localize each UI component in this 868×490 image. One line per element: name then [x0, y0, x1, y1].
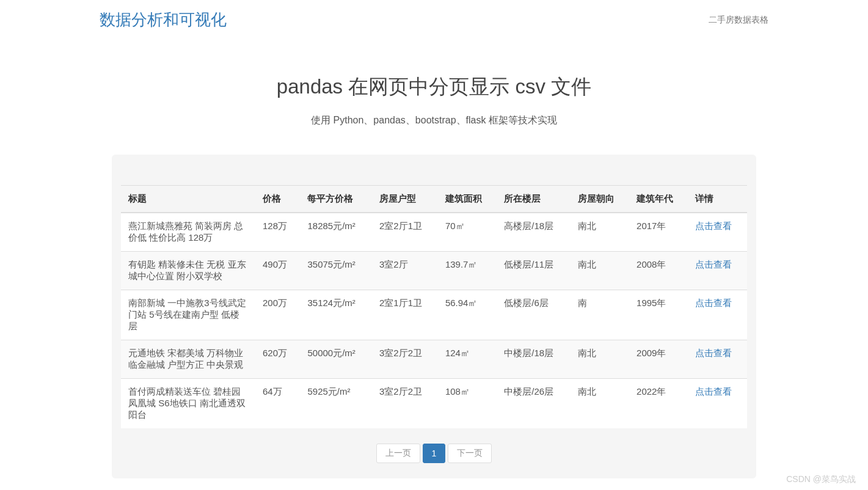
- cell-detail: 点击查看: [688, 213, 747, 252]
- page-title: pandas 在网页中分页显示 csv 文件: [112, 73, 756, 101]
- cell-layout: 3室2厅2卫: [372, 340, 438, 379]
- col-title: 标题: [121, 186, 255, 213]
- table-row: 南部新城 一中施教3号线武定门站 5号线在建南户型 低楼层200万35124元/…: [121, 290, 747, 340]
- cell-ppm: 50000元/m²: [300, 340, 372, 379]
- data-table: 标题 价格 每平方价格 房屋户型 建筑面积 所在楼层 房屋朝向 建筑年代 详情 …: [121, 185, 747, 428]
- brand-title: 数据分析和可视化: [100, 9, 227, 31]
- col-price: 价格: [255, 186, 300, 213]
- cell-dir: 南北: [571, 213, 629, 252]
- hero-section: pandas 在网页中分页显示 csv 文件 使用 Python、pandas、…: [112, 37, 756, 145]
- detail-link[interactable]: 点击查看: [695, 259, 732, 269]
- col-dir: 房屋朝向: [571, 186, 629, 213]
- cell-detail: 点击查看: [688, 252, 747, 290]
- cell-price: 128万: [255, 213, 300, 252]
- table-row: 元通地铁 宋都美域 万科物业 临金融城 户型方正 中央景观620万50000元/…: [121, 340, 747, 379]
- col-area: 建筑面积: [438, 186, 497, 213]
- col-detail: 详情: [688, 186, 747, 213]
- table-row: 燕江新城燕雅苑 简装两房 总价低 性价比高 128万128万18285元/m²2…: [121, 213, 747, 252]
- cell-area: 56.94㎡: [438, 290, 497, 340]
- cell-title: 有钥匙 精装修未住 无税 亚东城中心位置 附小双学校: [121, 252, 255, 290]
- cell-title: 燕江新城燕雅苑 简装两房 总价低 性价比高 128万: [121, 213, 255, 252]
- cell-price: 64万: [255, 379, 300, 429]
- page-subtitle: 使用 Python、pandas、bootstrap、flask 框架等技术实现: [112, 114, 756, 127]
- cell-floor: 低楼层/11层: [497, 252, 570, 290]
- cell-dir: 南北: [571, 379, 629, 429]
- pagination: 上一页 1 下一页: [121, 444, 747, 463]
- cell-year: 1995年: [629, 290, 688, 340]
- cell-title: 元通地铁 宋都美域 万科物业 临金融城 户型方正 中央景观: [121, 340, 255, 379]
- table-row: 首付两成精装送车位 碧桂园凤凰城 S6地铁口 南北通透双阳台64万5925元/m…: [121, 379, 747, 429]
- cell-area: 108㎡: [438, 379, 497, 429]
- cell-area: 139.7㎡: [438, 252, 497, 290]
- cell-floor: 高楼层/18层: [497, 213, 570, 252]
- table-panel: 标题 价格 每平方价格 房屋户型 建筑面积 所在楼层 房屋朝向 建筑年代 详情 …: [112, 155, 756, 478]
- cell-area: 124㎡: [438, 340, 497, 379]
- table-row: 有钥匙 精装修未住 无税 亚东城中心位置 附小双学校490万35075元/m²3…: [121, 252, 747, 290]
- cell-year: 2022年: [629, 379, 688, 429]
- cell-ppm: 5925元/m²: [300, 379, 372, 429]
- detail-link[interactable]: 点击查看: [695, 221, 732, 231]
- cell-layout: 3室2厅: [372, 252, 438, 290]
- col-layout: 房屋户型: [372, 186, 438, 213]
- col-year: 建筑年代: [629, 186, 688, 213]
- detail-link[interactable]: 点击查看: [695, 386, 732, 397]
- col-floor: 所在楼层: [497, 186, 570, 213]
- cell-ppm: 35075元/m²: [300, 252, 372, 290]
- cell-layout: 2室1厅1卫: [372, 290, 438, 340]
- cell-layout: 2室2厅1卫: [372, 213, 438, 252]
- cell-dir: 南北: [571, 340, 629, 379]
- cell-ppm: 18285元/m²: [300, 213, 372, 252]
- cell-price: 490万: [255, 252, 300, 290]
- nav-link-data-table[interactable]: 二手房数据表格: [709, 15, 768, 26]
- table-header-row: 标题 价格 每平方价格 房屋户型 建筑面积 所在楼层 房屋朝向 建筑年代 详情: [121, 186, 747, 213]
- cell-year: 2017年: [629, 213, 688, 252]
- watermark: CSDN @菜鸟实战: [786, 474, 856, 478]
- prev-page-button[interactable]: 上一页: [376, 444, 420, 463]
- col-ppm: 每平方价格: [300, 186, 372, 213]
- cell-title: 南部新城 一中施教3号线武定门站 5号线在建南户型 低楼层: [121, 290, 255, 340]
- cell-layout: 3室2厅2卫: [372, 379, 438, 429]
- cell-detail: 点击查看: [688, 379, 747, 429]
- cell-price: 200万: [255, 290, 300, 340]
- cell-floor: 低楼层/6层: [497, 290, 570, 340]
- cell-detail: 点击查看: [688, 340, 747, 379]
- cell-title: 首付两成精装送车位 碧桂园凤凰城 S6地铁口 南北通透双阳台: [121, 379, 255, 429]
- cell-year: 2009年: [629, 340, 688, 379]
- next-page-button[interactable]: 下一页: [448, 444, 492, 463]
- cell-detail: 点击查看: [688, 290, 747, 340]
- cell-price: 620万: [255, 340, 300, 379]
- cell-floor: 中楼层/26层: [497, 379, 570, 429]
- detail-link[interactable]: 点击查看: [695, 348, 732, 358]
- cell-year: 2008年: [629, 252, 688, 290]
- cell-dir: 南北: [571, 252, 629, 290]
- cell-area: 70㎡: [438, 213, 497, 252]
- cell-dir: 南: [571, 290, 629, 340]
- detail-link[interactable]: 点击查看: [695, 298, 732, 308]
- current-page-button[interactable]: 1: [423, 444, 446, 463]
- cell-floor: 中楼层/18层: [497, 340, 570, 379]
- cell-ppm: 35124元/m²: [300, 290, 372, 340]
- navbar: 数据分析和可视化 二手房数据表格: [0, 0, 868, 37]
